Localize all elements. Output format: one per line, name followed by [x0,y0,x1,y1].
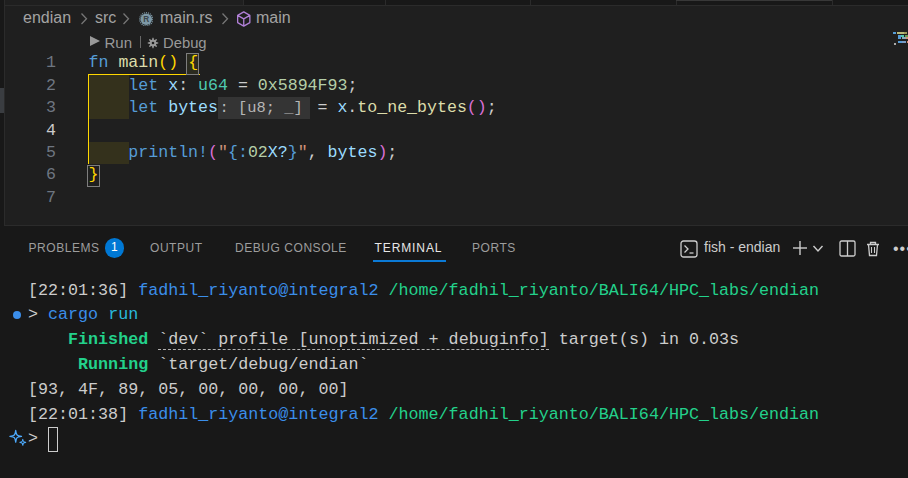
svg-text:R: R [143,15,149,24]
